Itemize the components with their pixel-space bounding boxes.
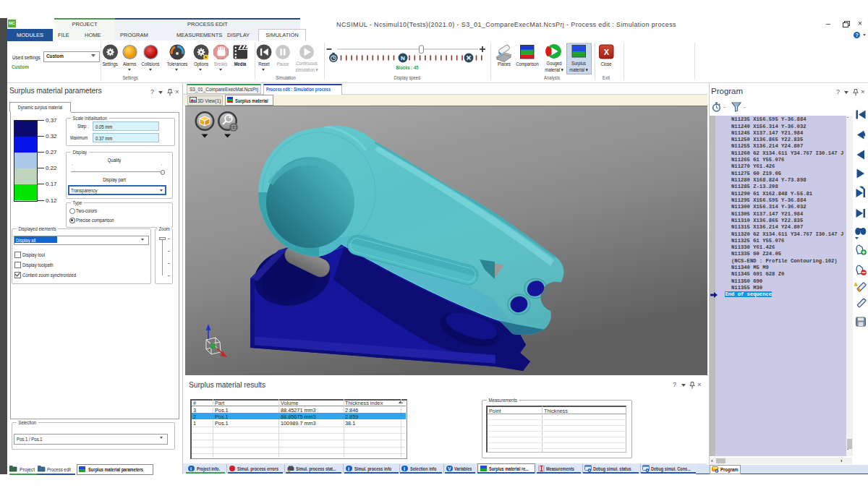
svg-text:N: N bbox=[401, 55, 405, 61]
svg-text:X: X bbox=[604, 48, 610, 56]
